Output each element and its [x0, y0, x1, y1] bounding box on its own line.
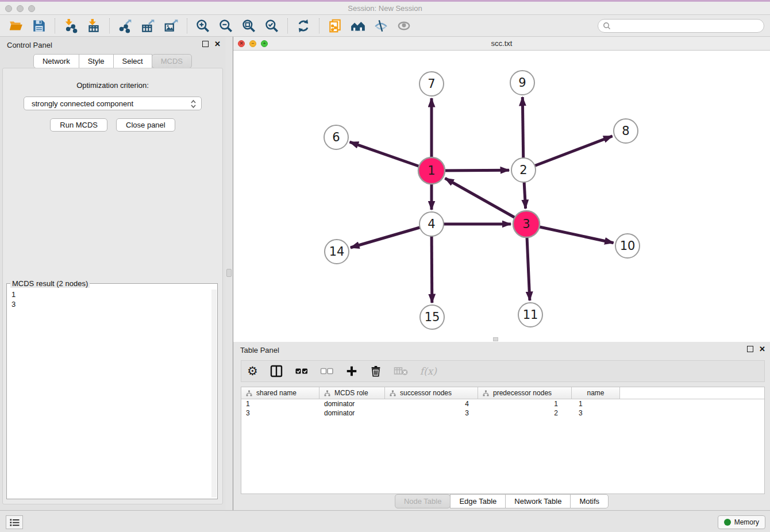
import-network-button[interactable] — [62, 17, 79, 34]
add-column-button[interactable] — [345, 363, 358, 380]
column-header-shared-name[interactable]: shared name — [241, 387, 319, 399]
toolbar-separator — [287, 18, 288, 33]
table-tabs: Node Table Edge Table Network Table Moti… — [233, 494, 770, 508]
select-all-columns-button[interactable] — [295, 363, 309, 380]
column-header-mcds-role[interactable]: MCDS role — [319, 387, 385, 399]
zoom-fit-button[interactable] — [240, 17, 257, 34]
graph-node-9[interactable]: 9 — [510, 71, 534, 95]
table-row[interactable]: 1dominator411 — [241, 399, 764, 408]
app-titlebar: Session: New Session — [0, 0, 770, 15]
svg-text:10: 10 — [620, 239, 636, 253]
show-all-button[interactable] — [395, 17, 413, 34]
graph-node-15[interactable]: 15 — [420, 305, 444, 329]
graph-node-6[interactable]: 6 — [324, 125, 348, 149]
zoom-out-button[interactable] — [217, 17, 234, 34]
column-type-icon — [390, 390, 396, 396]
tab-node-table[interactable]: Node Table — [395, 494, 451, 508]
tab-network-table[interactable]: Network Table — [505, 494, 571, 508]
tab-network[interactable]: Network — [33, 54, 79, 68]
split-view-button[interactable] — [270, 363, 283, 380]
network-canvas[interactable]: 7968124314101511 — [233, 51, 770, 342]
graph-node-11[interactable]: 11 — [518, 303, 542, 327]
svg-text:3: 3 — [522, 217, 530, 231]
graph-node-3[interactable]: 3 — [513, 211, 540, 237]
close-panel-icon[interactable]: ✕ — [759, 346, 765, 352]
edge-3-1[interactable] — [445, 178, 527, 224]
close-panel-button[interactable]: Close panel — [116, 118, 175, 132]
column-header-successor-nodes[interactable]: successor nodes — [385, 387, 478, 399]
export-network-button[interactable] — [117, 17, 134, 34]
export-image-icon — [164, 18, 179, 33]
table-panel-header: Table Panel ✕ — [233, 342, 770, 358]
graph-node-1[interactable]: 1 — [418, 157, 445, 184]
import-table-button[interactable] — [85, 17, 102, 34]
close-panel-icon[interactable]: ✕ — [214, 41, 221, 47]
clone-network-button[interactable] — [326, 17, 344, 34]
mcds-result-list: 13 — [11, 290, 16, 309]
save-session-button[interactable] — [30, 17, 48, 34]
vertical-splitter-handle[interactable] — [226, 269, 232, 277]
float-panel-icon[interactable] — [747, 346, 753, 352]
graph-node-7[interactable]: 7 — [419, 72, 444, 96]
result-scrollbar[interactable] — [211, 290, 217, 498]
hide-selected-button[interactable] — [372, 17, 390, 34]
delete-column-button[interactable] — [369, 363, 382, 380]
svg-text:1: 1 — [428, 164, 435, 178]
graph-node-2[interactable]: 2 — [511, 158, 536, 182]
svg-text:14: 14 — [329, 245, 345, 259]
graph-node-4[interactable]: 4 — [419, 212, 444, 236]
criterion-dropdown[interactable]: strongly connected component — [24, 97, 202, 110]
clone-network-icon — [328, 18, 342, 33]
export-table-icon — [141, 18, 156, 33]
graph-node-10[interactable]: 10 — [615, 234, 640, 258]
column-type-icon — [483, 390, 489, 396]
home-button[interactable] — [349, 17, 367, 34]
edge-2-8[interactable] — [523, 136, 613, 170]
table-row[interactable]: 3dominator323 — [241, 408, 764, 418]
refresh-button[interactable] — [295, 17, 312, 34]
home-icon — [350, 18, 366, 33]
graph-node-14[interactable]: 14 — [325, 240, 349, 264]
column-header-name[interactable]: name — [572, 387, 620, 399]
chevron-updown-icon — [190, 99, 197, 111]
network-canvas-container: 7968124314101511 — [233, 51, 770, 342]
search-box[interactable] — [598, 19, 764, 33]
export-table-button[interactable] — [140, 17, 157, 34]
column-header-predecessor-nodes[interactable]: predecessor nodes — [478, 387, 572, 399]
main-toolbar — [0, 15, 770, 37]
table-cell: 1 — [572, 399, 620, 408]
svg-text:6: 6 — [332, 130, 340, 144]
table-cell: 3 — [572, 408, 620, 418]
network-window-title: scc.txt — [233, 39, 770, 48]
tab-edge-table[interactable]: Edge Table — [450, 494, 506, 508]
svg-text:2: 2 — [519, 163, 527, 177]
toolbar-separator — [109, 18, 110, 33]
network-window-titlebar: ✕ − + scc.txt — [233, 37, 770, 51]
function-builder-button[interactable]: f(x) — [420, 363, 437, 380]
column-type-icon — [246, 390, 252, 396]
search-icon — [603, 22, 611, 30]
search-input[interactable] — [611, 20, 764, 32]
table-settings-button[interactable]: ⚙ — [247, 363, 258, 380]
tab-select[interactable]: Select — [113, 54, 152, 68]
tab-mcds[interactable]: MCDS — [152, 54, 192, 68]
horizontal-splitter-handle[interactable] — [493, 337, 498, 341]
zoom-fit-icon — [241, 18, 256, 33]
tab-style[interactable]: Style — [79, 54, 114, 68]
graph-node-8[interactable]: 8 — [614, 119, 638, 143]
zoom-selected-button[interactable] — [263, 17, 280, 34]
delete-table-button[interactable] — [394, 363, 409, 380]
zoom-in-button[interactable] — [194, 17, 211, 34]
edge-4-14[interactable] — [351, 224, 432, 248]
open-session-button[interactable] — [7, 17, 25, 34]
deselect-all-columns-button[interactable] — [320, 363, 334, 380]
float-panel-icon[interactable] — [202, 41, 209, 47]
export-image-button[interactable] — [163, 17, 180, 34]
tab-motifs[interactable]: Motifs — [570, 494, 609, 508]
criterion-value: strongly connected component — [32, 99, 133, 108]
table-cell: 1 — [241, 399, 319, 408]
memory-button[interactable]: Memory — [718, 515, 765, 529]
run-mcds-button[interactable]: Run MCDS — [50, 118, 107, 132]
zoom-out-icon — [218, 18, 233, 33]
task-history-button[interactable] — [6, 515, 23, 529]
